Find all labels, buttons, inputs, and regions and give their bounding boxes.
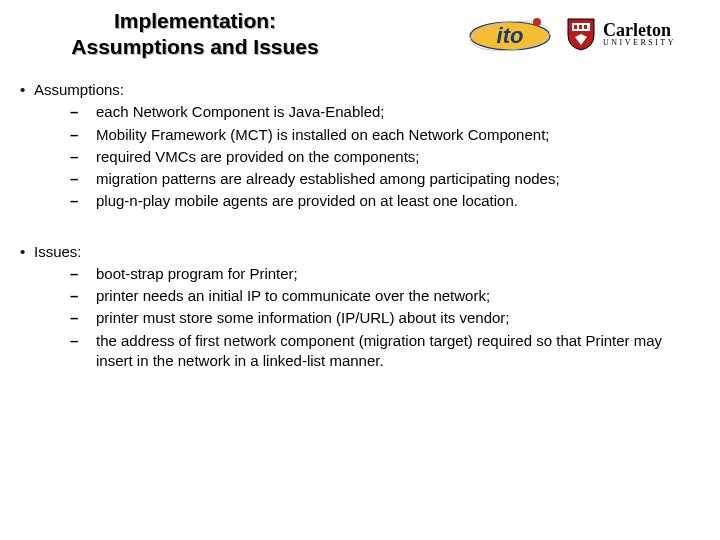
slide-body: • Assumptions: – each Network Component … [20, 80, 700, 401]
carleton-sub-text: UNIVERSITY [603, 39, 676, 47]
assumptions-list: – each Network Component is Java-Enabled… [70, 102, 700, 211]
list-item-text: Mobility Framework (MCT) is installed on… [96, 125, 700, 145]
ito-logo-icon: ito [465, 14, 555, 54]
slide-title: Implementation: Assumptions and Issues [20, 8, 370, 61]
list-item-text: the address of first network component (… [96, 331, 700, 372]
logo-group: ito Carleton UNIVER [465, 14, 705, 54]
list-item-text: printer needs an initial IP to communica… [96, 286, 700, 306]
list-item: – boot-strap program for Printer; [70, 264, 700, 284]
dash-icon: – [70, 331, 96, 351]
list-item: – required VMCs are provided on the comp… [70, 147, 700, 167]
title-line-2: Assumptions and Issues [20, 34, 370, 60]
dash-icon: – [70, 286, 96, 306]
list-item: – each Network Component is Java-Enabled… [70, 102, 700, 122]
section-heading: • Issues: [20, 242, 700, 262]
list-item-text: each Network Component is Java-Enabled; [96, 102, 700, 122]
assumptions-section: • Assumptions: – each Network Component … [20, 80, 700, 212]
dash-icon: – [70, 169, 96, 189]
list-item: – printer must store some information (I… [70, 308, 700, 328]
svg-rect-6 [584, 25, 587, 29]
section-heading: • Assumptions: [20, 80, 700, 100]
dash-icon: – [70, 102, 96, 122]
slide: Implementation: Assumptions and Issues i… [0, 0, 720, 540]
list-item: – migration patterns are already establi… [70, 169, 700, 189]
list-item-text: plug-n-play mobile agents are provided o… [96, 191, 700, 211]
list-item-text: boot-strap program for Printer; [96, 264, 700, 284]
carleton-crest-icon [565, 17, 597, 51]
carleton-logo: Carleton UNIVERSITY [565, 14, 705, 54]
svg-rect-5 [579, 25, 582, 29]
bullet-dot-icon: • [20, 242, 34, 262]
dash-icon: – [70, 264, 96, 284]
list-item-text: printer must store some information (IP/… [96, 308, 700, 328]
dash-icon: – [70, 191, 96, 211]
list-item: – plug-n-play mobile agents are provided… [70, 191, 700, 211]
dash-icon: – [70, 308, 96, 328]
list-item: – Mobility Framework (MCT) is installed … [70, 125, 700, 145]
list-item: – the address of first network component… [70, 331, 700, 372]
svg-point-2 [533, 18, 541, 26]
list-item-text: migration patterns are already establish… [96, 169, 700, 189]
ito-logo-text: ito [497, 23, 524, 48]
list-item-text: required VMCs are provided on the compon… [96, 147, 700, 167]
bullet-dot-icon: • [20, 80, 34, 100]
issues-list: – boot-strap program for Printer; – prin… [70, 264, 700, 371]
issues-section: • Issues: – boot-strap program for Print… [20, 242, 700, 372]
carleton-main-text: Carleton [603, 21, 676, 39]
carleton-wordmark: Carleton UNIVERSITY [603, 21, 676, 47]
section-heading-text: Assumptions: [34, 80, 124, 100]
slide-header: Implementation: Assumptions and Issues i… [0, 8, 720, 72]
dash-icon: – [70, 147, 96, 167]
dash-icon: – [70, 125, 96, 145]
list-item: – printer needs an initial IP to communi… [70, 286, 700, 306]
svg-rect-4 [574, 25, 577, 29]
section-heading-text: Issues: [34, 242, 82, 262]
title-line-1: Implementation: [20, 8, 370, 34]
